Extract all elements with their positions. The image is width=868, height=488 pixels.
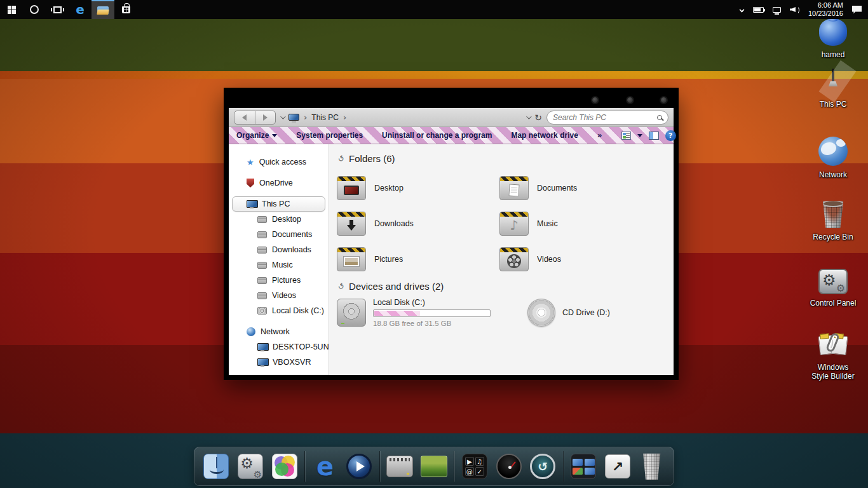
back-button[interactable] bbox=[234, 111, 255, 124]
organize-button[interactable]: Organize bbox=[236, 131, 277, 140]
search-box[interactable] bbox=[546, 111, 668, 125]
sidebar-item-network[interactable]: Network bbox=[229, 324, 329, 339]
hard-drive-icon bbox=[386, 456, 413, 477]
collapse-arrow-icon[interactable]: ↺ bbox=[336, 153, 346, 164]
dock-item-gauge[interactable] bbox=[494, 452, 523, 481]
folder-tile-music[interactable]: ♪ Music bbox=[499, 212, 662, 236]
system-properties-button[interactable]: System properties bbox=[296, 131, 363, 140]
edge-button[interactable]: e bbox=[69, 0, 92, 19]
dock: ⚙⚙ e ▶♫ @✓ ↺ ↗ bbox=[194, 447, 674, 486]
clock[interactable]: 6:06 AM 10/23/2016 bbox=[808, 1, 843, 17]
forward-button[interactable] bbox=[255, 111, 276, 124]
globe-icon bbox=[247, 327, 255, 336]
folder-tile-desktop[interactable]: Desktop bbox=[337, 176, 499, 200]
dock-item-widgets[interactable]: ▶♫ @✓ bbox=[460, 452, 489, 481]
refresh-icon[interactable]: ↻ bbox=[534, 112, 542, 123]
preview-pane-icon[interactable] bbox=[649, 132, 659, 140]
media-player-icon bbox=[346, 454, 372, 479]
sidebar-item-downloads[interactable]: Downloads bbox=[229, 242, 329, 257]
window-close-button[interactable] bbox=[661, 97, 667, 103]
sidebar-item-music[interactable]: Music bbox=[229, 257, 329, 273]
sidebar-item-quick-access[interactable]: ★ Quick access bbox=[229, 154, 329, 170]
dock-item-desktop-picture[interactable] bbox=[420, 452, 449, 481]
devices-section-header[interactable]: ↺ Devices and drives (2) bbox=[338, 281, 674, 292]
search-icon[interactable] bbox=[657, 115, 662, 120]
desktop-icon-hamed[interactable]: hamed bbox=[808, 19, 858, 59]
folders-section-header[interactable]: ↺ Folders (6) bbox=[338, 153, 674, 164]
cortana-button[interactable] bbox=[23, 0, 46, 19]
finder-icon bbox=[203, 454, 229, 479]
clock-date: 10/23/2016 bbox=[808, 10, 843, 18]
store-icon bbox=[122, 6, 130, 13]
folder-tile-videos[interactable]: Videos bbox=[499, 247, 662, 271]
folder-icon bbox=[257, 216, 267, 223]
sidebar-item-desktop[interactable]: Desktop bbox=[229, 212, 329, 227]
help-button[interactable]: ? bbox=[665, 130, 676, 141]
recent-locations-chevron-icon[interactable] bbox=[280, 114, 285, 119]
hidden-icons-chevron[interactable] bbox=[739, 7, 744, 12]
map-network-drive-button[interactable]: Map network drive bbox=[511, 131, 578, 140]
folder-icon bbox=[257, 231, 267, 238]
file-explorer-button[interactable] bbox=[92, 0, 114, 19]
dock-item-spaces[interactable] bbox=[569, 452, 598, 481]
desktop-icon-windows-style-builder[interactable]: Windows Style Builder bbox=[808, 332, 858, 381]
folder-tile-pictures[interactable]: Pictures bbox=[337, 247, 499, 271]
sidebar-item-onedrive[interactable]: OneDrive bbox=[229, 175, 329, 191]
start-button[interactable] bbox=[0, 0, 23, 19]
dock-item-game-center[interactable] bbox=[271, 452, 299, 481]
views-icon[interactable] bbox=[621, 132, 631, 140]
dock-item-time-machine[interactable]: ↺ bbox=[529, 452, 557, 481]
desktop-icon-this-pc[interactable]: This PC bbox=[808, 70, 858, 109]
sidebar-item-vboxsvr[interactable]: VBOXSVR bbox=[229, 355, 329, 370]
dock-item-hard-drive[interactable] bbox=[386, 452, 414, 481]
folder-tile-downloads[interactable]: Downloads bbox=[337, 212, 499, 236]
sidebar-item-videos[interactable]: Videos bbox=[229, 288, 329, 303]
window-titlebar[interactable] bbox=[224, 88, 679, 108]
drive-tile-cd[interactable]: CD Drive (D:) bbox=[527, 299, 610, 327]
dock-item-share[interactable]: ↗ bbox=[603, 452, 632, 481]
internet-explorer-icon: e bbox=[316, 454, 334, 479]
views-chevron-icon[interactable] bbox=[637, 134, 642, 140]
breadcrumb[interactable]: This PC bbox=[311, 113, 339, 122]
desktop-folder-icon bbox=[337, 176, 366, 200]
dock-item-trash[interactable] bbox=[637, 452, 666, 481]
desktop-icon-network[interactable]: Network bbox=[808, 137, 858, 179]
drive-tile-local-disk[interactable]: Local Disk (C:) 18.8 GB free of 31.5 GB bbox=[337, 298, 491, 327]
dock-item-system-preferences[interactable]: ⚙⚙ bbox=[236, 452, 265, 481]
battery-icon[interactable] bbox=[753, 7, 764, 13]
sidebar-item-desktop-5unliac[interactable]: DESKTOP-5UNLIAC bbox=[229, 339, 329, 355]
sidebar-item-pictures[interactable]: Pictures bbox=[229, 273, 329, 288]
search-input[interactable] bbox=[553, 113, 653, 122]
documents-folder-icon bbox=[499, 176, 529, 200]
more-commands-button[interactable]: » bbox=[597, 131, 602, 140]
breadcrumb-separator-icon[interactable]: › bbox=[343, 112, 346, 122]
quick-access-star-icon: ★ bbox=[247, 158, 254, 166]
command-toolbar: Organize System properties Uninstall or … bbox=[229, 127, 674, 144]
folder-tile-documents[interactable]: Documents bbox=[499, 176, 662, 200]
collapse-arrow-icon[interactable]: ↺ bbox=[336, 281, 346, 292]
sidebar-item-documents[interactable]: Documents bbox=[229, 227, 329, 242]
window-minimize-button[interactable] bbox=[592, 97, 598, 103]
hard-disk-icon bbox=[337, 299, 366, 327]
task-view-button[interactable] bbox=[46, 0, 69, 19]
store-button[interactable] bbox=[114, 0, 137, 19]
desktop-icon-control-panel[interactable]: ⚙⚙ Control Panel bbox=[808, 269, 858, 308]
cd-disc-icon bbox=[527, 299, 555, 327]
dock-item-media-player[interactable] bbox=[345, 452, 374, 481]
sidebar-item-this-pc[interactable]: This PC bbox=[232, 196, 325, 212]
dock-item-finder[interactable] bbox=[202, 452, 231, 481]
notifications-icon[interactable] bbox=[852, 6, 862, 14]
window-maximize-button[interactable] bbox=[627, 97, 633, 103]
dock-separator bbox=[379, 451, 380, 482]
sidebar-item-local-disk[interactable]: Local Disk (C:) bbox=[229, 303, 329, 318]
volume-icon[interactable] bbox=[790, 6, 796, 13]
address-dropdown-chevron-icon[interactable] bbox=[526, 114, 531, 119]
imac-icon bbox=[817, 70, 850, 98]
folder-icon bbox=[257, 277, 267, 284]
dock-item-internet-explorer[interactable]: e bbox=[311, 452, 339, 481]
network-tray-icon[interactable] bbox=[773, 7, 781, 13]
desktop-icon-recycle-bin[interactable]: Recycle Bin bbox=[808, 200, 858, 241]
computer-icon bbox=[257, 343, 268, 351]
uninstall-program-button[interactable]: Uninstall or change a program bbox=[382, 131, 492, 140]
folder-icon bbox=[257, 247, 267, 254]
